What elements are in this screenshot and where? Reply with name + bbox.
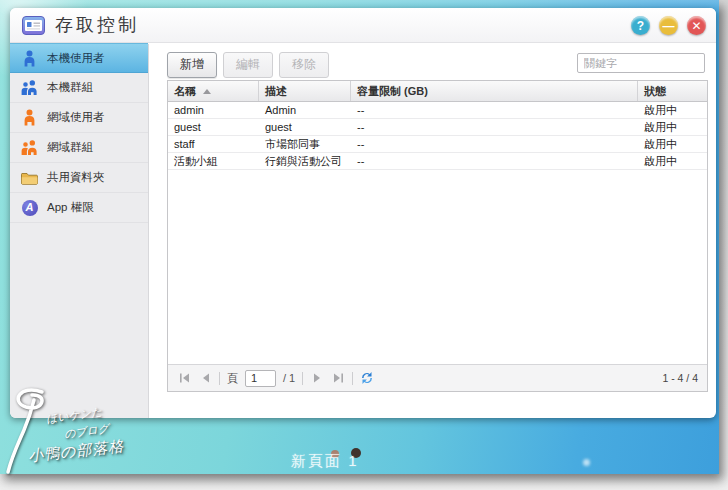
- column-header-quota[interactable]: 容量限制 (GB): [351, 81, 638, 101]
- user-table: 名稱 描述 容量限制 (GB) 狀態: [167, 80, 708, 392]
- page-label: 頁: [227, 371, 238, 386]
- desktop-background: 新頁面 1 存取控制: [0, 0, 719, 474]
- item-range-label: 1 - 4 / 4: [662, 372, 698, 384]
- last-page-icon[interactable]: [331, 371, 345, 385]
- cell-status: 啟用中: [638, 137, 707, 152]
- sidebar-item-app-privileges[interactable]: A App 權限: [10, 193, 148, 223]
- sort-asc-icon: [203, 89, 211, 94]
- cell-quota: --: [351, 104, 638, 116]
- sidebar-item-domain-groups[interactable]: 網域群組: [10, 133, 148, 163]
- table-row[interactable]: guest guest -- 啟用中: [168, 119, 707, 136]
- background-sparkle: [583, 459, 590, 466]
- page-input[interactable]: [245, 370, 276, 387]
- window-title: 存取控制: [55, 13, 139, 37]
- divider: [219, 372, 220, 385]
- sidebar-item-label: App 權限: [47, 200, 94, 215]
- sidebar-item-domain-users[interactable]: 網域使用者: [10, 103, 148, 133]
- sidebar-item-local-users[interactable]: 本機使用者: [10, 43, 148, 73]
- access-control-window: 存取控制 ? — ✕ 本機使用者: [10, 8, 716, 418]
- cell-description: 市場部同事: [259, 137, 351, 152]
- minimize-button[interactable]: —: [659, 16, 678, 35]
- table-empty-area: [168, 170, 707, 364]
- first-page-icon[interactable]: [177, 371, 191, 385]
- group-orange-icon: [21, 139, 38, 157]
- main-panel: 新增 編輯 移除 名稱 描述 容量: [150, 44, 716, 418]
- cell-description: 行銷與活動公司: [259, 154, 351, 169]
- prev-page-icon[interactable]: [198, 371, 212, 385]
- divider: [352, 372, 353, 385]
- cell-status: 啟用中: [638, 103, 707, 118]
- window-controls: ? — ✕: [631, 16, 706, 35]
- screenshot-stage: 新頁面 1 存取控制: [0, 0, 728, 490]
- sidebar: 本機使用者 本機群組 網域使用者: [10, 44, 149, 418]
- group-blue-icon: [21, 79, 38, 97]
- cell-quota: --: [351, 138, 638, 150]
- table-row[interactable]: staff 市場部同事 -- 啟用中: [168, 136, 707, 153]
- cell-name: admin: [168, 104, 259, 116]
- pagination-bar: 頁 / 1: [168, 364, 707, 391]
- table-header: 名稱 描述 容量限制 (GB) 狀態: [168, 81, 707, 102]
- cell-description: Admin: [259, 104, 351, 116]
- sidebar-item-local-groups[interactable]: 本機群組: [10, 73, 148, 103]
- sidebar-item-label: 網域群組: [47, 140, 93, 155]
- help-button[interactable]: ?: [631, 16, 650, 35]
- sidebar-item-label: 網域使用者: [47, 110, 105, 125]
- column-header-description[interactable]: 描述: [259, 81, 351, 101]
- sidebar-item-label: 本機群組: [47, 80, 93, 95]
- cell-description: guest: [259, 121, 351, 133]
- close-button[interactable]: ✕: [687, 16, 706, 35]
- cell-quota: --: [351, 155, 638, 167]
- toolbar: 新增 編輯 移除: [167, 52, 329, 78]
- column-header-status[interactable]: 狀態: [638, 81, 707, 101]
- user-orange-icon: [21, 109, 38, 127]
- folder-icon: [21, 169, 38, 187]
- table-row[interactable]: 活動小組 行銷與活動公司 -- 啟用中: [168, 153, 707, 170]
- next-page-icon[interactable]: [310, 371, 324, 385]
- cell-name: guest: [168, 121, 259, 133]
- cell-status: 啟用中: [638, 120, 707, 135]
- cell-name: staff: [168, 138, 259, 150]
- app-icon: A: [21, 199, 38, 217]
- table-row[interactable]: admin Admin -- 啟用中: [168, 102, 707, 119]
- sidebar-item-label: 共用資料夾: [47, 170, 105, 185]
- access-control-icon: [22, 16, 45, 35]
- cell-quota: --: [351, 121, 638, 133]
- add-button[interactable]: 新增: [167, 52, 217, 78]
- sidebar-item-label: 本機使用者: [47, 51, 105, 66]
- column-header-name[interactable]: 名稱: [168, 81, 259, 101]
- search-input[interactable]: [577, 53, 705, 73]
- cell-status: 啟用中: [638, 154, 707, 169]
- page-total: / 1: [283, 372, 295, 384]
- refresh-icon[interactable]: [360, 371, 374, 385]
- edit-button[interactable]: 編輯: [223, 52, 273, 78]
- user-blue-icon: [21, 49, 38, 67]
- cell-name: 活動小組: [168, 154, 259, 169]
- divider: [302, 372, 303, 385]
- sidebar-item-shared-folders[interactable]: 共用資料夾: [10, 163, 148, 193]
- remove-button[interactable]: 移除: [279, 52, 329, 78]
- title-bar: 存取控制 ? — ✕: [10, 8, 716, 43]
- background-partial-text: 新頁面 1: [291, 452, 359, 471]
